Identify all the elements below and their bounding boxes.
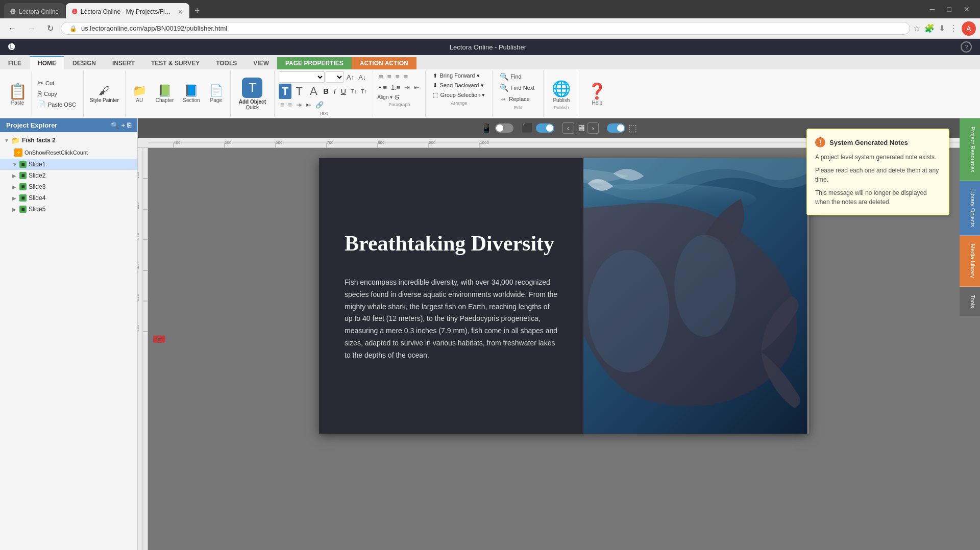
paste-osc-button[interactable]: 📄 Paste OSC [35, 99, 79, 109]
responsive-toggle[interactable] [607, 123, 625, 133]
au-button[interactable]: 📁 AU [130, 82, 150, 105]
copy-button[interactable]: ⎘ Copy [35, 89, 79, 98]
menu-icon[interactable]: ⋮ [949, 23, 958, 33]
desktop-device-button[interactable]: 🖥 [576, 123, 585, 134]
expand-icon-fish-facts: ▼ [4, 138, 11, 143]
ribbon-tab-page-props[interactable]: PAGE PROPERTIES [277, 57, 352, 69]
help-button[interactable]: ❓ Help [583, 80, 610, 108]
canvas-nav-right[interactable]: › [587, 122, 599, 134]
ribbon-tab-file[interactable]: FILE [0, 57, 30, 69]
refresh-button[interactable]: ↻ [43, 21, 58, 35]
text-sup-button[interactable]: T↑ [359, 87, 369, 95]
canvas-nav-left[interactable]: ‹ [562, 122, 574, 134]
phone-toggle[interactable] [495, 123, 513, 133]
window-maximize-button[interactable]: □ [941, 0, 958, 18]
svg-text:300: 300 [138, 233, 140, 240]
italic-button[interactable]: I [332, 86, 338, 96]
window-close-button[interactable]: ✕ [958, 0, 976, 18]
browser-chrome: 🅛 Lectora Online 🅛 Lectora Online - My P… [0, 0, 980, 18]
sidebar-add-icon[interactable]: + [121, 121, 125, 129]
para-align-right[interactable]: ≡ [394, 71, 401, 82]
back-button[interactable]: ← [4, 22, 20, 35]
underline-button[interactable]: U [339, 86, 348, 96]
tree-item-slide4[interactable]: ▶ ■ Slide4 [0, 192, 137, 204]
find-next-button[interactable]: 🔍 Find Next [497, 83, 539, 93]
find-button[interactable]: 🔍 Find [497, 71, 539, 82]
unindent-button[interactable]: ⇤ [304, 100, 313, 110]
indent-button[interactable]: ⇥ [295, 100, 303, 110]
tab2-close[interactable]: ✕ [178, 8, 183, 16]
window-minimize-button[interactable]: ─ [924, 0, 941, 18]
chapter-button[interactable]: 📗 Chapter [153, 82, 177, 105]
indent-para-button[interactable]: ⇥ [403, 83, 411, 92]
para-justify[interactable]: ≡ [402, 71, 409, 82]
tree-item-fish-facts[interactable]: ▼ 📁 Fish facts 2 [0, 134, 137, 146]
new-tab-button[interactable]: + [190, 3, 204, 18]
font-size-down-button[interactable]: A↓ [357, 73, 368, 82]
ribbon-tab-test[interactable]: TEST & SURVEY [143, 57, 208, 69]
bullet-list-button[interactable]: • ≡ [377, 83, 388, 92]
download-icon[interactable]: ⬇ [939, 23, 945, 33]
extension-icon[interactable]: 🧩 [924, 23, 935, 33]
browser-tab-1[interactable]: 🅛 Lectora Online [4, 3, 65, 18]
tools-tab[interactable]: Tools [960, 287, 980, 316]
tablet-toggle[interactable] [536, 123, 554, 133]
ribbon-tab-design[interactable]: DESIGN [64, 57, 104, 69]
forward-button[interactable]: → [23, 22, 40, 35]
font-size-up-button[interactable]: A↑ [345, 73, 356, 82]
ribbon-tab-insert[interactable]: INSERT [104, 57, 143, 69]
bring-forward-button[interactable]: ⬆ Bring Forward ▾ [430, 71, 488, 80]
tablet-device-button[interactable]: ⬛ [522, 122, 533, 134]
app-help-button[interactable]: ? [961, 41, 972, 53]
tab2-label: Lectora Online - My Projects/Fis... [81, 8, 173, 15]
ribbon-tab-tools[interactable]: TOOLS [208, 57, 245, 69]
tree-item-slide1[interactable]: ▼ ■ Slide1 [0, 159, 137, 170]
font-size-select[interactable] [326, 71, 344, 83]
align-left-button[interactable]: ≡ [279, 100, 286, 110]
section-button[interactable]: 📘 Section [180, 82, 203, 105]
sidebar-search-icon[interactable]: 🔍 [111, 121, 119, 129]
media-library-tab[interactable]: Media Library [960, 236, 980, 287]
star-icon[interactable]: ☆ [913, 23, 920, 33]
ribbon-tab-action[interactable]: ACTION ACTION [352, 57, 416, 69]
para-align-left[interactable]: ≡ [377, 71, 384, 82]
layout-toggle-button[interactable]: ⬚ [628, 122, 637, 134]
add-object-button[interactable]: T Add Object Quick [235, 76, 270, 112]
align-center-button[interactable]: ≡ [287, 100, 294, 110]
profile-avatar[interactable]: A [962, 21, 976, 36]
page-button[interactable]: 📄 Page [206, 82, 226, 105]
add-object-label: Add Object [239, 99, 266, 105]
paste-button[interactable]: 📋 Paste [4, 71, 32, 116]
tree-item-slide5[interactable]: ▶ ■ Slide5 [0, 204, 137, 215]
ribbon-tab-home[interactable]: HOME [30, 56, 64, 69]
paste-osc-icon: 📄 [38, 101, 46, 108]
ribbon-tab-view[interactable]: VIEW [245, 57, 277, 69]
num-list-button[interactable]: 1.≡ [389, 83, 402, 92]
text-sub-button[interactable]: T↓ [349, 87, 358, 95]
tree-item-onshow[interactable]: ⚡ OnShowResetClickCount [0, 146, 137, 159]
cut-button[interactable]: ✂ Cut [35, 78, 79, 88]
phone-device-button[interactable]: 📱 [481, 122, 492, 134]
sidebar-copy-icon[interactable]: ⎘ [127, 121, 131, 129]
text-color-button[interactable]: A [307, 84, 321, 99]
tree-item-slide2[interactable]: ▶ ■ Slide2 [0, 170, 137, 181]
unindent-para-button[interactable]: ⇤ [412, 83, 421, 92]
group-selection-button[interactable]: ⬚ Group Selection ▾ [430, 91, 488, 99]
link-button[interactable]: 🔗 [314, 100, 325, 110]
tree-item-slide3[interactable]: ▶ ■ Slide3 [0, 181, 137, 192]
style-painter-button[interactable]: 🖌 Style Painter [88, 82, 121, 105]
text-style-select[interactable] [279, 71, 325, 83]
bold-button[interactable]: B [322, 86, 331, 96]
library-objects-tab[interactable]: Library Objects [960, 181, 980, 236]
replace-button[interactable]: ↔ Replace [497, 94, 539, 104]
para-align-center[interactable]: ≡ [385, 71, 393, 82]
address-bar[interactable]: 🔒 us.lectoraonline.com/app/BN00192/publi… [61, 22, 910, 35]
text-button[interactable]: T [279, 84, 291, 99]
send-backward-button[interactable]: ⬇ Send Backward ▾ [430, 81, 488, 90]
publish-button[interactable]: 🌐 Publish [548, 78, 575, 105]
strikethrough-button[interactable]: S [395, 93, 399, 101]
text-style-button[interactable]: T [292, 84, 305, 99]
browser-tab-2[interactable]: 🅛 Lectora Online - My Projects/Fis... ✕ [66, 3, 189, 18]
ribbon-content: 📋 Paste ✂ Cut ⎘ Copy 📄 Paste OSC 🖌 Style… [0, 69, 980, 118]
project-resources-tab[interactable]: Project Resources [960, 118, 980, 181]
